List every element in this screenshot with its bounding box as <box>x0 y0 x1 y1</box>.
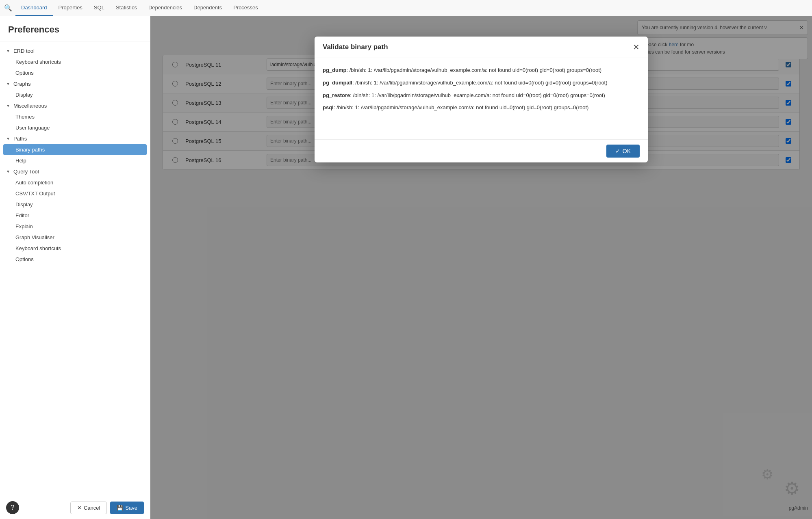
validate-binary-modal: Validate binary path ✕ pg_dump: /bin/sh:… <box>315 37 648 162</box>
pref-item-user-language[interactable]: User language <box>0 122 150 133</box>
tab-processes[interactable]: Processes <box>228 0 264 16</box>
modal-line-pgrestore: pg_restore: /bin/sh: 1: /var/lib/pgadmin… <box>323 91 640 100</box>
section-paths[interactable]: ▼ Paths <box>0 133 150 144</box>
tab-statistics[interactable]: Statistics <box>110 0 143 16</box>
chevron-graphs-icon: ▼ <box>6 82 10 86</box>
section-graphs[interactable]: ▼ Graphs <box>0 78 150 89</box>
checkmark-icon: ✓ <box>615 148 620 154</box>
pref-item-keyboard-shortcuts-query[interactable]: Keyboard shortcuts <box>0 243 150 254</box>
cancel-icon: ✕ <box>77 505 82 511</box>
tab-sql[interactable]: SQL <box>88 0 110 16</box>
pref-item-themes[interactable]: Themes <box>0 111 150 122</box>
chevron-paths-icon: ▼ <box>6 136 10 141</box>
pref-item-options-query[interactable]: Options <box>0 254 150 265</box>
pref-item-display-graphs[interactable]: Display <box>0 89 150 100</box>
pref-item-binary-paths[interactable]: Binary paths <box>3 144 147 155</box>
modal-header: Validate binary path ✕ <box>315 37 648 58</box>
ok-button[interactable]: ✓ OK <box>606 145 640 158</box>
pref-item-help[interactable]: Help <box>0 155 150 166</box>
preferences-footer: ? ✕ Cancel 💾 Save <box>0 496 150 519</box>
pref-item-options-erd[interactable]: Options <box>0 67 150 78</box>
modal-overlay: Validate binary path ✕ pg_dump: /bin/sh:… <box>150 16 812 519</box>
chevron-misc-icon: ▼ <box>6 104 10 108</box>
modal-footer: ✓ OK <box>315 139 648 162</box>
modal-line-pgdump: pg_dump: /bin/sh: 1: /var/lib/pgadmin/st… <box>323 66 640 75</box>
pref-item-display-query[interactable]: Display <box>0 199 150 210</box>
tab-dependencies[interactable]: Dependencies <box>143 0 188 16</box>
search-icon: 🔍 <box>4 4 12 12</box>
preferences-list: ▼ ERD tool Keyboard shortcuts Options ▼ … <box>0 41 150 496</box>
tab-dashboard[interactable]: Dashboard <box>15 0 53 16</box>
cancel-button[interactable]: ✕ Cancel <box>70 502 107 514</box>
save-icon: 💾 <box>117 505 123 511</box>
preferences-title: Preferences <box>0 16 150 41</box>
pref-item-keyboard-shortcuts-erd[interactable]: Keyboard shortcuts <box>0 56 150 67</box>
modal-body: pg_dump: /bin/sh: 1: /var/lib/pgadmin/st… <box>315 58 648 139</box>
chevron-query-icon: ▼ <box>6 169 10 174</box>
main-area: Preferences ▼ ERD tool Keyboard shortcut… <box>0 16 812 519</box>
save-button[interactable]: 💾 Save <box>110 502 144 514</box>
section-erd-tool[interactable]: ▼ ERD tool <box>0 45 150 56</box>
modal-close-button[interactable]: ✕ <box>633 43 640 51</box>
preferences-panel: Preferences ▼ ERD tool Keyboard shortcut… <box>0 16 150 519</box>
modal-title: Validate binary path <box>323 43 388 51</box>
pref-item-csv-output[interactable]: CSV/TXT Output <box>0 188 150 199</box>
pref-item-editor[interactable]: Editor <box>0 210 150 221</box>
chevron-erd-icon: ▼ <box>6 49 10 53</box>
pref-item-explain[interactable]: Explain <box>0 221 150 232</box>
section-miscellaneous[interactable]: ▼ Miscellaneous <box>0 100 150 111</box>
pref-item-auto-completion[interactable]: Auto completion <box>0 177 150 188</box>
tab-properties[interactable]: Properties <box>53 0 88 16</box>
tab-bar: 🔍 Dashboard Properties SQL Statistics De… <box>0 0 812 16</box>
modal-line-psql: psql: /bin/sh: 1: /var/lib/pgadmin/stora… <box>323 104 640 112</box>
section-query-tool[interactable]: ▼ Query Tool <box>0 166 150 177</box>
pref-item-graph-visualiser[interactable]: Graph Visualiser <box>0 232 150 243</box>
modal-line-pgdumpall: pg_dumpall: /bin/sh: 1: /var/lib/pgadmin… <box>323 79 640 87</box>
help-button[interactable]: ? <box>6 501 19 514</box>
content-area: You are currently running version 4, how… <box>150 16 812 519</box>
tab-dependents[interactable]: Dependents <box>188 0 228 16</box>
